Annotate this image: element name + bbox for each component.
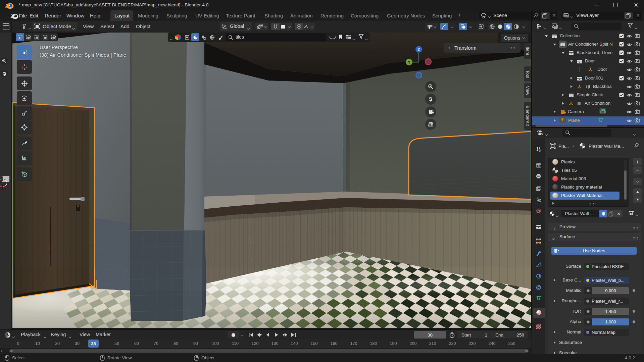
svg-text:Y: Y: [408, 60, 410, 65]
svg-text:Z: Z: [417, 47, 420, 52]
